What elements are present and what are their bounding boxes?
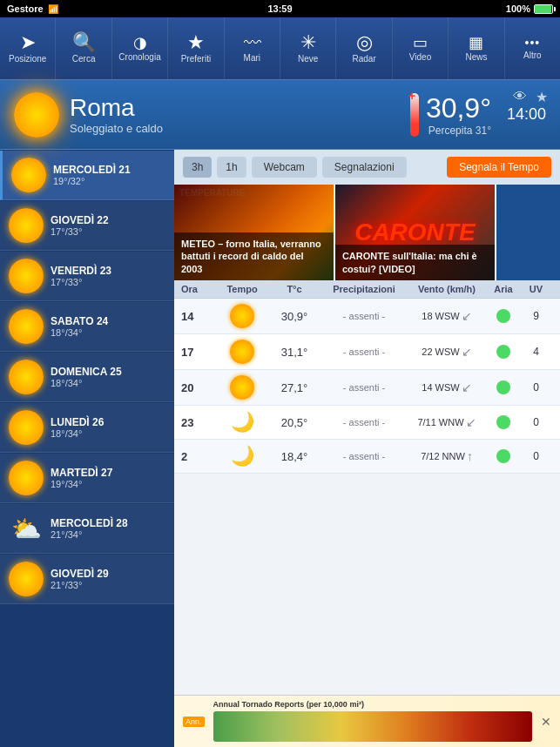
row-0-wind-arrow: ↙ — [462, 309, 472, 323]
forecast-sun-icon-1 — [9, 208, 44, 243]
weather-row-1: 17 31,1° - assenti - 22 WSW ↙ 4 — [174, 334, 560, 370]
right-panel: 3h 1h Webcam Segnalazioni Segnala il Tem… — [174, 150, 560, 747]
forecast-day-3: SABATO 24 — [51, 315, 108, 327]
row-1-wind-val: 22 WSW — [422, 347, 459, 357]
thermometer-icon — [410, 93, 419, 137]
video-icon: ▭ — [413, 35, 428, 50]
forecast-temp-7: 21°/34° — [51, 529, 128, 540]
row-0-wind: 18 WSW ↙ — [408, 309, 486, 323]
nav-posizione[interactable]: ➤ Posizione — [0, 17, 56, 79]
row-4-temp: 18,4° — [268, 450, 320, 463]
nav-preferiti[interactable]: ★ Preferiti — [168, 17, 224, 79]
row-3-time: 23 — [181, 416, 216, 429]
forecast-text-4: DOMENICA 25 18°/34° — [51, 366, 122, 388]
row-2-temp: 27,1° — [268, 381, 320, 394]
nav-neve[interactable]: ✳ Neve — [280, 17, 336, 79]
row-0-temp: 30,9° — [268, 310, 320, 323]
news-overlay-0: METEO – forno Italia, verranno battuti i… — [174, 232, 334, 280]
star-icon: ★ — [187, 33, 205, 52]
forecast-item-7[interactable]: ⛅ MERCOLEDÌ 28 21°/34° — [0, 504, 174, 554]
weather-table: Ora Tempo T°c Precipitazioni Vento (km/h… — [174, 280, 560, 695]
eye-icon[interactable]: 👁 — [513, 89, 527, 105]
row-1-temp: 31,1° — [268, 346, 320, 359]
row-3-wind-val: 7/11 WNW — [417, 417, 463, 427]
nav-radar[interactable]: ◎ Radar — [336, 17, 392, 79]
weather-row-0: 14 30,9° - assenti - 18 WSW ↙ 9 — [174, 299, 560, 334]
btn-3h[interactable]: 3h — [183, 157, 212, 178]
forecast-sun-icon-8 — [9, 562, 44, 596]
news-title-1: CARONTE sull'Italia: ma chi è costui? [V… — [342, 250, 488, 275]
city-description: Soleggiato e caldo — [70, 122, 410, 135]
forecast-item-4[interactable]: DOMENICA 25 18°/34° — [0, 353, 174, 402]
forecast-item-5[interactable]: LUNEDÌ 26 18°/34° — [0, 403, 174, 453]
row-2-icon — [216, 375, 268, 400]
news-image-2 — [496, 185, 560, 280]
th-temp: T°c — [268, 284, 320, 294]
nav-cronologia[interactable]: ◑ Cronologia — [112, 17, 168, 79]
nav-altro[interactable]: ••• Altro — [505, 17, 560, 79]
row-2-wind-val: 14 WSW — [422, 382, 459, 393]
history-icon: ◑ — [133, 35, 147, 50]
news-overlay-1: CARONTE sull'Italia: ma chi è costui? [V… — [335, 245, 495, 280]
forecast-item-2[interactable]: VENERDÌ 23 17°/33° — [0, 252, 174, 301]
waves-icon: 〰 — [244, 34, 260, 51]
forecast-item-8[interactable]: GIOVEDÌ 29 21°/33° — [0, 555, 174, 604]
forecast-item-3[interactable]: SABATO 24 18°/34° — [0, 302, 174, 352]
row-3-uv: 0 — [521, 416, 551, 428]
favorite-icon[interactable]: ★ — [536, 89, 548, 105]
temp-info: 30,9° Percepita 31° — [426, 92, 491, 137]
row-3-wind: 7/11 WNW ↙ — [408, 415, 486, 429]
row-2-wind-arrow: ↙ — [462, 380, 472, 394]
nav-news[interactable]: ▦ News — [449, 17, 504, 79]
row-4-time: 2 — [181, 450, 216, 463]
nav-mari[interactable]: 〰 Mari — [225, 17, 280, 79]
forecast-day-8: GIOVEDÌ 29 — [51, 568, 109, 580]
forecast-day-4: DOMENICA 25 — [51, 366, 122, 378]
th-tempo: Tempo — [216, 284, 268, 294]
nav-video[interactable]: ▭ Video — [393, 17, 449, 79]
row-4-icon: 🌙 — [216, 445, 268, 468]
forecast-item-0[interactable]: MERCOLEDÌ 21 19°/32° — [0, 151, 174, 200]
weather-header: Roma Soleggiato e caldo 30,9° Percepita … — [0, 80, 560, 150]
row-4-air-icon — [496, 449, 510, 463]
btn-1h[interactable]: 1h — [217, 157, 246, 178]
forecast-item-6[interactable]: MARTEDÌ 27 19°/34° — [0, 454, 174, 503]
weather-row-3: 23 🌙 20,5° - assenti - 7/11 WNW ↙ 0 — [174, 406, 560, 440]
news-card-2[interactable] — [496, 185, 560, 280]
forecast-text-5: LUNEDÌ 26 18°/34° — [51, 416, 104, 439]
row-0-wind-val: 18 WSW — [422, 311, 459, 321]
forecast-icon-7: ⛅ — [9, 511, 44, 546]
ad-banner: Ann. Annual Tornado Reports (per 10,000 … — [174, 695, 560, 747]
row-1-icon — [216, 340, 268, 364]
row-0-time: 14 — [181, 310, 216, 323]
row-4-uv: 0 — [521, 450, 551, 462]
th-aria: Aria — [486, 284, 521, 294]
forecast-temp-6: 19°/34° — [51, 479, 112, 489]
news-card-1[interactable]: CARONTE CARONTE sull'Italia: ma chi è co… — [335, 185, 496, 280]
feels-like: Percepita 31° — [426, 124, 491, 137]
row-2-wind: 14 WSW ↙ — [408, 380, 486, 394]
forecast-text-3: SABATO 24 18°/34° — [51, 315, 108, 338]
forecast-item-1[interactable]: GIOVEDÌ 22 17°/33° — [0, 201, 174, 251]
forecast-temp-2: 17°/33° — [51, 277, 111, 287]
btn-segnalazioni[interactable]: Segnalazioni — [322, 157, 407, 178]
row-1-sun-icon — [230, 340, 254, 364]
forecast-temp-3: 18°/34° — [51, 327, 108, 338]
ad-close-button[interactable]: ✕ — [541, 715, 551, 729]
current-time: 14:00 — [507, 105, 546, 124]
row-3-icon: 🌙 — [216, 411, 268, 434]
row-2-precip: - assenti - — [320, 382, 408, 393]
row-0-uv: 9 — [521, 310, 551, 322]
row-3-moon-icon: 🌙 — [231, 411, 254, 434]
forecast-temp-4: 18°/34° — [51, 378, 122, 388]
city-info: Roma Soleggiato e caldo — [70, 94, 410, 135]
row-2-air-icon — [496, 380, 510, 394]
nav-cerca[interactable]: 🔍 Cerca — [56, 17, 111, 79]
news-card-0[interactable]: TEMPERATURE METEO – forno Italia, verran… — [174, 185, 335, 280]
row-2-time: 20 — [181, 381, 216, 394]
forecast-sun-icon-5 — [9, 410, 44, 445]
btn-segnala-tempo[interactable]: Segnala il Tempo — [447, 157, 551, 178]
btn-webcam[interactable]: Webcam — [252, 157, 317, 178]
nav-neve-label: Neve — [298, 54, 318, 64]
row-4-moon-icon: 🌙 — [231, 445, 254, 468]
